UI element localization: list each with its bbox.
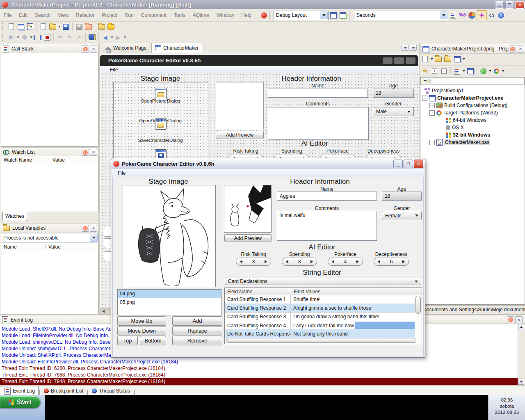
value-column[interactable]: Value xyxy=(46,244,98,250)
menu-edit[interactable]: Edit xyxy=(15,12,31,18)
tab-welcome-page[interactable]: Welcome Page xyxy=(101,43,150,53)
move-down-button[interactable]: Move Down xyxy=(117,326,166,336)
close-icon[interactable] xyxy=(90,225,97,232)
add-to-project-button[interactable] xyxy=(106,22,116,31)
new-unit-button[interactable] xyxy=(25,22,35,31)
profile-combo[interactable]: Seconds xyxy=(354,11,448,20)
event-entry[interactable]: Module Unload: ShellXP.dll. Process Char… xyxy=(2,352,123,358)
menu-file[interactable]: File xyxy=(0,12,15,18)
step-over-button[interactable]: ↷ xyxy=(55,33,65,42)
new-item-button[interactable] xyxy=(39,22,48,31)
watch-name-column[interactable]: Watch Name xyxy=(1,157,50,163)
scroll-up-icon[interactable] xyxy=(518,324,524,330)
remove-button[interactable]: Remove xyxy=(172,336,222,345)
stage-file-list[interactable]: 04.png 05.png xyxy=(117,289,221,315)
event-entry[interactable]: Thread Exit: Thread ID: 6260. Process Ch… xyxy=(2,365,165,372)
navigate-forward-dropdown[interactable] xyxy=(123,33,127,42)
view-selector-button[interactable] xyxy=(452,55,462,64)
spin-left-icon[interactable] xyxy=(332,260,334,263)
new-project-button[interactable] xyxy=(420,55,430,64)
grid-hscrollbar[interactable] xyxy=(226,338,416,343)
close-icon[interactable] xyxy=(515,316,523,323)
designer-add-preview-button[interactable]: Add Preview xyxy=(216,131,264,139)
set-debug-desktop-button[interactable] xyxy=(338,11,347,20)
save-button[interactable] xyxy=(61,22,71,31)
designer-minimize-button[interactable] xyxy=(383,57,393,64)
category-combo[interactable]: Card Declarations xyxy=(225,278,421,285)
pin-icon[interactable] xyxy=(82,225,89,232)
pin-icon[interactable] xyxy=(82,149,89,156)
designer-comments-box[interactable] xyxy=(268,107,369,140)
close-button[interactable]: ✕ xyxy=(515,1,525,9)
designer-gender-combo[interactable]: Male xyxy=(373,107,414,116)
trace-into-button[interactable]: ↷ xyxy=(65,33,74,42)
pause-button[interactable] xyxy=(33,33,42,42)
tab-charactermaker[interactable]: CharacterMaker xyxy=(151,43,202,53)
restore-button[interactable]: ❐ xyxy=(505,1,514,9)
designer-menu-file[interactable]: File xyxy=(110,67,118,73)
field-values-column[interactable]: Field Values xyxy=(291,289,320,294)
run-button[interactable] xyxy=(7,33,16,42)
comments-box[interactable]: Is mai waifu xyxy=(277,211,377,241)
app-close-button[interactable]: ✕ xyxy=(414,160,423,168)
navigate-back-dropdown[interactable] xyxy=(110,33,114,42)
menu-search[interactable]: Search xyxy=(31,12,54,18)
open-picture-dialog-component[interactable] xyxy=(155,88,167,99)
list-item-selected[interactable]: 04.png xyxy=(118,290,221,298)
app-titlebar[interactable]: PokerGame Character Editor v0.8.6h ▁ ❐ ✕ xyxy=(111,158,425,169)
risk-taking-spinner[interactable]: 3 xyxy=(236,258,271,266)
start-button[interactable]: Start xyxy=(0,396,40,408)
menu-component[interactable]: Component xyxy=(137,12,170,18)
tab-event-log[interactable]: Event Log xyxy=(1,386,39,395)
add-preview-button[interactable]: Add Preview xyxy=(224,234,272,242)
drive-button[interactable]: c:\ xyxy=(487,11,496,20)
app-minimize-button[interactable]: ▁ xyxy=(393,160,403,168)
menu-run[interactable]: Run xyxy=(121,12,137,18)
app-maximize-button[interactable]: ❐ xyxy=(404,160,413,168)
event-entry-selected[interactable]: Thread Exit: Thread ID: 7948. Process Ch… xyxy=(0,378,518,385)
tree-item-64bit-windows[interactable]: 64-bit Windows xyxy=(446,117,486,123)
event-entry[interactable]: Module Load: FileInfoProvider.dll. No De… xyxy=(2,332,119,339)
field-name-column[interactable]: Field Name xyxy=(225,289,291,294)
project-manager-header[interactable]: CharacterMakerProject.dproj - Proj... xyxy=(420,44,525,54)
add-button[interactable]: Add xyxy=(172,316,222,326)
grid-row[interactable]: Do Not Take Cards Response 1Not taking a… xyxy=(225,329,415,338)
profiler-time-button[interactable]: %⏱ xyxy=(458,11,467,20)
spin-left-icon[interactable] xyxy=(286,260,288,263)
menu-refactor[interactable]: Refactor xyxy=(72,12,98,18)
grid-row[interactable]: Card Shuffling Response 3I'm gonna draw … xyxy=(225,312,415,321)
grid-vscrollbar[interactable] xyxy=(415,296,421,314)
build-button[interactable] xyxy=(466,66,475,75)
scroll-down-icon[interactable] xyxy=(518,379,524,385)
desktop-layout-combo[interactable]: Debug Layout xyxy=(274,11,329,20)
watches-tab[interactable]: Watches xyxy=(2,212,27,221)
spin-right-icon[interactable] xyxy=(402,260,405,263)
close-icon[interactable] xyxy=(517,46,524,52)
event-entry[interactable]: Module Unload: FileInfoProvider.dll. Pro… xyxy=(2,358,178,365)
open-project-button[interactable] xyxy=(97,22,106,31)
close-icon[interactable] xyxy=(90,149,97,156)
navigate-forward-button[interactable]: ▶ xyxy=(114,33,123,42)
local-variables-header[interactable]: Local Variables xyxy=(1,223,98,233)
spending-spinner[interactable]: 3 xyxy=(282,258,317,266)
spin-right-icon[interactable] xyxy=(356,260,359,263)
pokerface-spinner[interactable]: 4 xyxy=(328,258,363,266)
navigate-back-button[interactable]: ◀ xyxy=(100,33,110,42)
platform-button[interactable] xyxy=(492,66,501,75)
tree-item-projectgroup[interactable]: ProjectGroup1 xyxy=(425,87,463,94)
local-variables-scope-combo[interactable]: Process is not accessible xyxy=(1,233,98,242)
open-project-button2[interactable] xyxy=(443,55,452,64)
collapse-all-button[interactable] xyxy=(439,66,449,75)
grid-row[interactable]: Card Shuffling Response 1Shuffle time! xyxy=(225,295,415,304)
help-contents-button[interactable] xyxy=(87,33,97,42)
new-items-button[interactable] xyxy=(7,22,16,31)
menu-view[interactable]: View xyxy=(54,12,72,18)
open-file-dropdown[interactable] xyxy=(57,22,61,31)
find-button[interactable] xyxy=(479,66,488,75)
event-entry[interactable]: Module Load: shimgvw.DLL. No Debug Info.… xyxy=(2,339,121,345)
name-input[interactable]: Aggiea xyxy=(277,192,377,201)
tree-item-target-platforms[interactable]: Target Platforms (Win32) xyxy=(429,110,498,116)
call-stack-header[interactable]: Call Stack xyxy=(1,44,98,54)
help-button[interactable]: ? xyxy=(496,11,506,20)
save-desktop-button[interactable] xyxy=(329,11,338,20)
